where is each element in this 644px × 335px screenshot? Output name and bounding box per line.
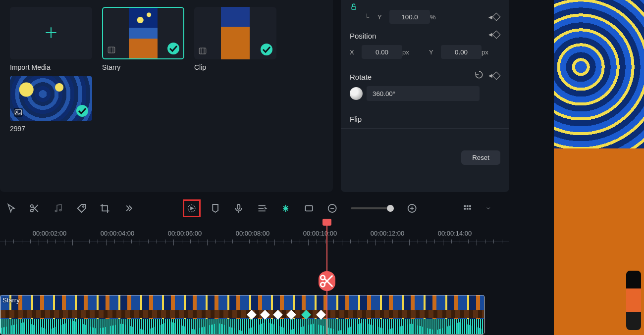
svg-rect-38 — [464, 208, 466, 210]
time-label: 00:00:12:00 — [371, 230, 405, 237]
tag-icon[interactable] — [76, 203, 87, 214]
video-preview — [554, 0, 644, 335]
svg-rect-37 — [469, 205, 471, 207]
timeline-toolbar — [0, 196, 508, 221]
keyframe-controls[interactable]: ◀ — [488, 14, 500, 20]
media-item-clip[interactable]: Clip — [194, 7, 276, 71]
time-label: 00:00:04:00 — [101, 230, 135, 237]
pos-y-axis-label: Y — [429, 48, 437, 56]
reset-button[interactable]: Reset — [461, 150, 500, 165]
svg-point-15 — [55, 210, 57, 212]
rotate-knob[interactable] — [350, 87, 363, 100]
svg-rect-20 — [237, 204, 240, 209]
audio-waveform — [0, 319, 484, 334]
lock-icon[interactable] — [350, 3, 358, 12]
svg-rect-29 — [305, 206, 312, 211]
scale-y-unit: % — [430, 13, 443, 21]
import-media-button[interactable]: Import Media — [10, 7, 92, 71]
add-keyframe-icon[interactable] — [492, 71, 501, 80]
render-icon[interactable] — [186, 203, 197, 214]
svg-marker-19 — [191, 207, 193, 209]
position-x-input[interactable] — [362, 45, 402, 59]
chevron-right-double-icon[interactable] — [123, 203, 134, 214]
video-clip[interactable]: Starry — [0, 295, 484, 335]
time-label: 00:00:06:00 — [168, 230, 202, 237]
zoom-slider[interactable] — [351, 207, 394, 209]
svg-rect-35 — [464, 205, 466, 207]
playhead-handle[interactable] — [322, 219, 331, 226]
add-keyframe-icon[interactable] — [492, 30, 501, 39]
scissors-icon[interactable] — [29, 203, 40, 214]
svg-rect-39 — [467, 208, 469, 210]
music-note-icon[interactable] — [53, 203, 63, 214]
auto-caption-icon[interactable] — [257, 203, 267, 214]
timeline-tracks: Starry — [0, 295, 485, 335]
pos-x-unit: px — [402, 48, 415, 56]
pointer-icon[interactable] — [6, 203, 16, 214]
svg-rect-2 — [108, 47, 115, 53]
svg-rect-5 — [199, 48, 206, 54]
add-keyframe-icon[interactable] — [492, 13, 501, 21]
time-label: 00:00:08:00 — [236, 230, 270, 237]
chevron-down-icon[interactable] — [485, 203, 491, 214]
film-icon — [198, 47, 207, 55]
pos-x-axis-label: X — [350, 48, 358, 56]
film-icon — [107, 46, 116, 54]
media-item-starry[interactable]: Starry — [102, 7, 184, 71]
check-icon — [167, 43, 179, 54]
magnet-icon[interactable] — [280, 203, 291, 214]
media-label: Starry — [102, 63, 184, 71]
time-label: 00:00:14:00 — [438, 230, 472, 237]
media-library-panel: Import Media Starry — [0, 0, 333, 192]
svg-rect-10 — [352, 6, 356, 9]
svg-point-17 — [83, 206, 84, 207]
time-label: 00:00:10:00 — [303, 230, 337, 237]
flip-section-label: Flip — [350, 115, 362, 123]
split-clip-button[interactable] — [319, 271, 335, 291]
import-media-label: Import Media — [10, 63, 92, 71]
svg-point-16 — [59, 209, 61, 211]
keyframe-controls[interactable]: ◀ — [488, 32, 500, 38]
crop-icon[interactable] — [100, 203, 110, 214]
image-icon — [14, 108, 23, 117]
zoom-out-icon[interactable] — [327, 203, 337, 214]
svg-rect-40 — [469, 208, 471, 210]
microphone-icon[interactable] — [233, 203, 244, 214]
timeline-view-icon[interactable] — [462, 203, 473, 214]
zoom-in-icon[interactable] — [407, 203, 417, 214]
scale-y-axis-label: Y — [377, 13, 385, 21]
plus-icon — [43, 25, 59, 42]
zoom-slider-handle[interactable] — [387, 205, 394, 212]
media-item-2997[interactable]: 2997 — [10, 76, 92, 133]
keyframe-controls[interactable]: ◀ — [488, 73, 500, 79]
properties-panel: └ Y % ◀ Position ◀ X px Y px Rotate ◀ — [341, 0, 509, 192]
media-label: 2997 — [10, 125, 92, 133]
reset-rotation-icon[interactable] — [475, 70, 483, 81]
check-icon — [261, 44, 272, 55]
position-section-label: Position — [350, 32, 376, 40]
scale-y-input[interactable] — [389, 10, 430, 24]
timeline-ruler[interactable]: 00:00:02:0000:00:04:0000:00:06:0000:00:0… — [0, 222, 509, 251]
check-icon — [76, 105, 88, 117]
link-indicator-icon: └ — [365, 13, 374, 21]
svg-rect-36 — [467, 205, 469, 207]
clip-name-label: Starry — [2, 296, 20, 304]
time-label: 00:00:02:00 — [33, 230, 67, 237]
marker-icon[interactable] — [210, 203, 220, 214]
rotate-section-label: Rotate — [350, 73, 372, 81]
rotate-input[interactable] — [367, 86, 480, 101]
media-label: Clip — [194, 63, 276, 71]
pos-y-unit: px — [482, 48, 494, 56]
screen-icon[interactable] — [304, 203, 314, 214]
position-y-input[interactable] — [441, 45, 482, 59]
